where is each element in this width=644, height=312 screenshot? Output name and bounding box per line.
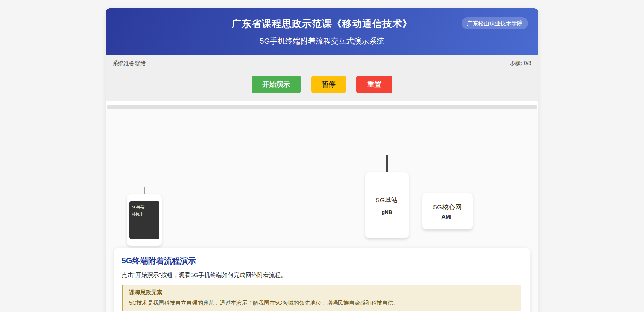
- step-counter: 步骤: 0/8: [510, 60, 531, 67]
- demo-canvas: 5G终端 待机中 5G基站 gNB 5G核心网 AMF 5G终端附着流程演示 点…: [106, 109, 538, 312]
- phone-screen: 5G终端 待机中: [129, 201, 159, 239]
- ideology-text: 5G技术是我国科技自立自强的典范，通过本演示了解我国在5G领域的领先地位，增强民…: [129, 300, 515, 307]
- app-header: 广东省课程思政示范课《移动通信技术》 5G手机终端附着流程交互式演示系统 广东松…: [106, 8, 538, 55]
- phone-label-line1: 5G终端: [132, 204, 157, 211]
- controls-section: 系统准备就绪 步骤: 0/8 开始演示 暂停 重置: [106, 55, 538, 101]
- info-panel: 5G终端附着流程演示 点击"开始演示"按钮，观看5G手机终端如何完成网络附着流程…: [114, 248, 530, 312]
- school-badge: 广东松山职业技术学院: [462, 17, 528, 29]
- progress-bar: [107, 105, 537, 109]
- ideology-heading: 课程思政元素: [129, 289, 515, 296]
- start-demo-button[interactable]: 开始演示: [252, 76, 301, 93]
- progress-gap: [106, 101, 538, 105]
- page-subtitle: 5G手机终端附着流程交互式演示系统: [106, 36, 538, 46]
- app-card: 广东省课程思政示范课《移动通信技术》 5G手机终端附着流程交互式演示系统 广东松…: [106, 8, 538, 312]
- device-5g-terminal: 5G终端 待机中: [127, 194, 162, 246]
- status-bar: 系统准备就绪 步骤: 0/8: [106, 60, 538, 67]
- amf-name: 5G核心网: [433, 203, 462, 212]
- gnb-name: 5G基站: [376, 196, 398, 205]
- ideology-callout: 课程思政元素 5G技术是我国科技自立自强的典范，通过本演示了解我国在5G领域的领…: [122, 285, 521, 311]
- info-panel-title: 5G终端附着流程演示: [122, 255, 521, 266]
- system-status-text: 系统准备就绪: [113, 60, 146, 67]
- reset-button[interactable]: 重置: [356, 76, 392, 93]
- gnb-antenna-line: [386, 155, 388, 172]
- phone-antenna-line: [144, 187, 145, 195]
- pause-button[interactable]: 暂停: [311, 76, 346, 93]
- device-5g-corenetwork: 5G核心网 AMF: [422, 193, 473, 229]
- device-5g-basestation: 5G基站 gNB: [365, 172, 409, 238]
- amf-code: AMF: [441, 214, 454, 220]
- info-panel-description: 点击"开始演示"按钮，观看5G手机终端如何完成网络附着流程。: [122, 271, 521, 279]
- gnb-code: gNB: [382, 209, 392, 215]
- buttons-row: 开始演示 暂停 重置: [106, 76, 538, 93]
- phone-label-line2: 待机中: [132, 211, 157, 218]
